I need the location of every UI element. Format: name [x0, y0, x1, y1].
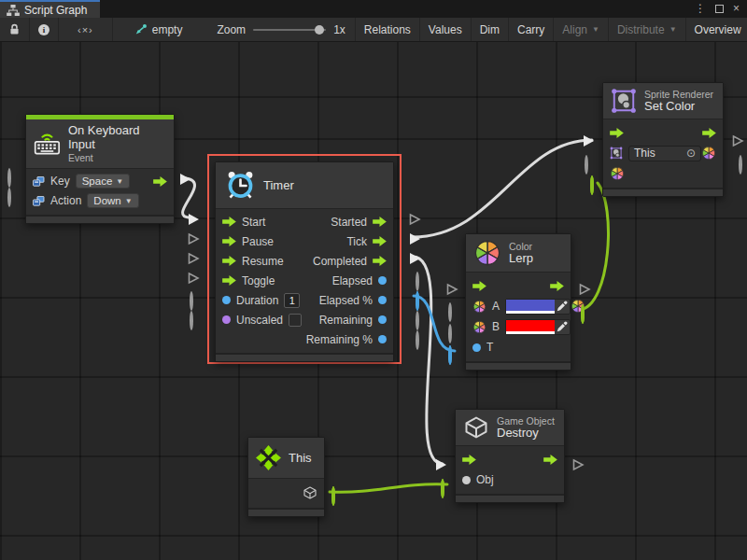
zoom-slider-handle[interactable] [315, 25, 324, 35]
eyedropper-icon[interactable] [555, 320, 570, 334]
zoom-slider[interactable] [253, 29, 326, 31]
flow-out-arrow-icon [550, 281, 564, 291]
port-completed-out[interactable] [409, 252, 421, 265]
port-b-in[interactable] [448, 326, 452, 343]
color-wheel-icon [472, 300, 486, 314]
data-port-icon [472, 343, 481, 352]
unscaled-label: Unscaled [236, 314, 283, 327]
action-dropdown[interactable]: Down ▼ [87, 193, 138, 208]
flow-in-arrow-icon [222, 236, 236, 246]
node-category: Color [509, 241, 533, 252]
node-title: Timer [263, 178, 294, 192]
flow-in-arrow-icon [222, 275, 236, 286]
started-label: Started [331, 216, 367, 229]
code-preview-button[interactable]: ‹×› [59, 18, 113, 41]
align-dropdown[interactable]: Align ▼ [553, 18, 608, 41]
object-picker-icon[interactable]: ⊙ [686, 147, 696, 159]
port-target-in[interactable] [585, 157, 588, 174]
port-tick-out[interactable] [409, 232, 421, 245]
port-flow-in[interactable] [583, 134, 595, 147]
flow-out-arrow-icon [373, 217, 387, 227]
port-start-in[interactable] [188, 213, 200, 226]
port-self-out[interactable] [331, 488, 335, 505]
port-pause-in[interactable] [188, 232, 200, 245]
values-button[interactable]: Values [419, 18, 471, 41]
overview-button[interactable]: Overview [685, 18, 747, 41]
port-a-in[interactable] [448, 304, 452, 321]
port-started-out[interactable] [409, 213, 421, 226]
relations-button[interactable]: Relations [355, 18, 419, 41]
port-flow-out[interactable] [579, 283, 591, 296]
lock-button[interactable] [0, 18, 30, 41]
node-footer [603, 188, 723, 196]
node-title: Lerp [509, 252, 533, 266]
window-maximize-icon[interactable] [715, 5, 724, 13]
graph-reference-button[interactable]: empty [126, 18, 191, 41]
lock-icon [8, 23, 21, 35]
port-duration-in[interactable] [190, 293, 193, 310]
color-a-field[interactable] [505, 299, 571, 315]
port-remaining-pct-out[interactable] [416, 332, 419, 349]
port-flow-out[interactable] [732, 134, 744, 147]
code-icon: ‹×› [78, 24, 93, 35]
duration-label: Duration [236, 294, 278, 307]
data-port-icon [378, 335, 387, 343]
game-object-icon [463, 414, 489, 441]
port-toggle-in[interactable] [188, 272, 200, 285]
chevron-down-icon: ▼ [592, 25, 599, 34]
action-port-label: Action [50, 194, 81, 207]
chevron-down-icon: ▼ [125, 197, 133, 205]
info-icon: i [38, 24, 49, 35]
port-color-out[interactable] [581, 306, 585, 323]
color-b-field[interactable] [505, 319, 571, 335]
port-resume-in[interactable] [188, 252, 200, 265]
node-this[interactable]: This [247, 437, 325, 517]
port-flow-out[interactable] [572, 458, 585, 471]
port-elapsed-pct-out[interactable] [416, 293, 419, 310]
info-button[interactable]: i [30, 18, 59, 41]
color-wheel-icon [473, 239, 501, 267]
unity-script-graph-window: Script Graph ⋮ × i ‹×› empty Zoom 1x [0, 0, 747, 560]
node-footer [466, 361, 571, 370]
port-obj-in[interactable] [441, 481, 444, 497]
node-destroy[interactable]: Game Object Destroy Obj [455, 409, 565, 503]
port-remaining-out[interactable] [416, 313, 419, 329]
color-wheel-icon [472, 320, 486, 334]
pause-label: Pause [242, 235, 274, 248]
port-flow-output[interactable] [179, 173, 191, 186]
node-sprite-renderer-set-color[interactable]: Sprite Renderer Set Color This ⊙ [602, 82, 724, 197]
unscaled-checkbox[interactable] [289, 314, 302, 327]
duration-value-field[interactable]: 1 [284, 293, 300, 308]
b-label: B [492, 320, 500, 333]
tab-script-graph[interactable]: Script Graph [0, 0, 100, 18]
port-result-out[interactable] [739, 157, 742, 174]
target-object-field[interactable]: This ⊙ [628, 146, 701, 161]
node-color-lerp[interactable]: Color Lerp A [465, 233, 571, 371]
node-timer[interactable]: Timer Start Started Pause Tick [215, 161, 394, 362]
port-key-input[interactable] [7, 170, 11, 187]
port-flow-in[interactable] [446, 283, 458, 296]
carry-button[interactable]: Carry [508, 18, 553, 41]
window-menu-icon[interactable]: ⋮ [695, 0, 706, 18]
window-close-icon[interactable]: × [733, 0, 740, 18]
enum-icon [33, 176, 45, 187]
port-elapsed-out[interactable] [416, 273, 419, 290]
elapsed-pct-label: Elapsed % [319, 294, 373, 307]
key-dropdown[interactable]: Space ▼ [76, 174, 131, 189]
keyboard-icon [34, 131, 61, 156]
graph-canvas[interactable]: On Keyboard Input Event Key Space ▼ [0, 42, 747, 560]
port-action-input[interactable] [7, 189, 11, 206]
tick-label: Tick [346, 235, 367, 248]
port-color-in[interactable] [590, 177, 594, 194]
port-unscaled-in[interactable] [190, 313, 193, 329]
eyedropper-icon[interactable] [555, 300, 570, 314]
port-flow-in[interactable] [435, 458, 447, 471]
flow-in-arrow-icon [222, 217, 236, 227]
dim-button[interactable]: Dim [471, 18, 508, 41]
node-on-keyboard-input[interactable]: On Keyboard Input Event Key Space ▼ [25, 114, 175, 224]
remaining-pct-label: Remaining % [306, 333, 373, 346]
distribute-dropdown[interactable]: Distribute ▼ [608, 18, 685, 41]
node-title: Destroy [497, 427, 555, 441]
graph-pointer-icon [134, 23, 148, 36]
port-t-in[interactable] [448, 347, 452, 364]
